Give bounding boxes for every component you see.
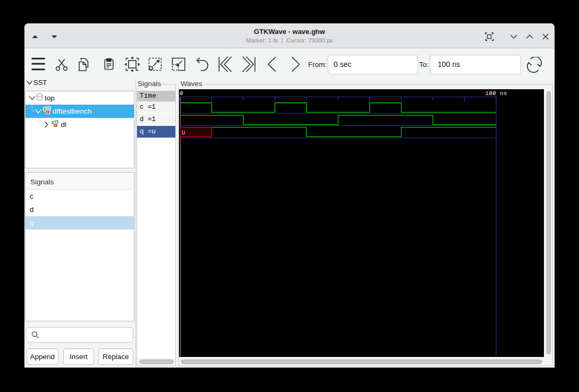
svg-text:U: U bbox=[182, 130, 185, 136]
svg-text:100 ns: 100 ns bbox=[485, 90, 507, 97]
